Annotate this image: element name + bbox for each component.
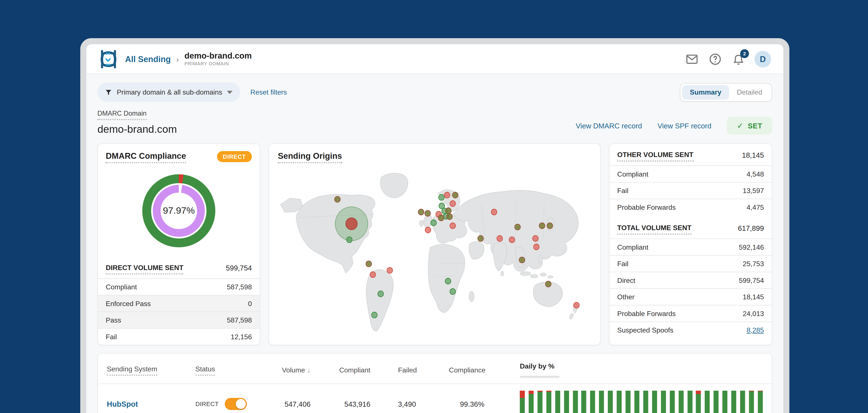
col-failed[interactable]: Failed xyxy=(398,367,449,374)
col-daily-by-pct[interactable]: Daily by % xyxy=(520,362,763,378)
dmarc-set-button[interactable]: ✓ SET xyxy=(727,117,772,134)
origin-dot xyxy=(444,192,450,198)
row-value: 12,156 xyxy=(231,333,252,341)
row-value: 0 xyxy=(248,299,252,307)
origins-card-title: Sending Origins xyxy=(278,151,342,163)
row-value: 592,146 xyxy=(739,243,764,251)
origin-dot xyxy=(450,201,456,206)
daily-bar xyxy=(573,391,578,413)
daily-bar xyxy=(661,391,666,413)
origin-dot xyxy=(515,224,520,230)
row-label: Probable Forwards xyxy=(617,310,676,317)
daily-tab-underline xyxy=(520,376,560,378)
hubspot-link[interactable]: HubSpot xyxy=(107,400,195,408)
total-row-compliant: Compliant 592,146 xyxy=(610,239,772,255)
daily-bar xyxy=(758,391,763,413)
row-value: 587,598 xyxy=(227,283,252,291)
total-row-probable-forwards: Probable Forwards 24,013 xyxy=(610,305,772,322)
col-sending-system[interactable]: Sending System xyxy=(107,365,157,375)
stat-row-pass: Pass 587,598 xyxy=(98,312,260,328)
daily-bar xyxy=(608,391,613,413)
notifications-bell-icon[interactable]: 2 xyxy=(733,53,745,65)
origin-dot xyxy=(491,209,497,215)
breadcrumb-current-domain: demo-brand.com PRIMARY DOMAIN xyxy=(184,51,252,67)
mail-icon[interactable] xyxy=(686,53,698,65)
compliance-percent: 97.97% xyxy=(163,205,195,216)
stat-row-fail: Fail 12,156 xyxy=(98,328,260,345)
tab-detailed[interactable]: Detailed xyxy=(729,85,770,99)
direct-volume-header: DIRECT VOLUME SENT 599,754 xyxy=(98,258,260,278)
daily-bars xyxy=(520,391,763,413)
screenshot-stage: All Sending › demo-brand.com PRIMARY DOM… xyxy=(0,0,868,413)
row-value: 4,548 xyxy=(747,170,764,178)
sending-systems-table: Sending System Status Volume↓ Compliant … xyxy=(97,353,772,413)
row-value: 13,597 xyxy=(743,187,764,195)
row-label: Fail xyxy=(617,187,628,195)
dmarc-domain-label: DMARC Domain xyxy=(97,109,147,120)
dmarc-domain-name: demo-brand.com xyxy=(97,123,177,135)
tab-summary[interactable]: Summary xyxy=(682,85,729,99)
origin-dot xyxy=(346,237,352,243)
origin-dot xyxy=(439,203,445,209)
table-header-row: Sending System Status Volume↓ Compliant … xyxy=(98,354,772,383)
row-label: Suspected Spoofs xyxy=(617,326,673,334)
suspected-spoofs-link[interactable]: 8,285 xyxy=(747,326,764,334)
row-label: Direct xyxy=(617,276,635,284)
hubspot-failed: 3,490 xyxy=(398,400,449,408)
daily-bar xyxy=(670,391,675,413)
origin-dot xyxy=(534,244,539,250)
direct-badge: DIRECT xyxy=(217,151,252,162)
origin-dot xyxy=(425,211,431,216)
origin-dot xyxy=(445,208,451,214)
daily-bar xyxy=(740,391,745,413)
sort-desc-icon: ↓ xyxy=(307,367,311,374)
map-continents xyxy=(280,173,578,331)
total-row-suspected-spoofs: Suspected Spoofs 8,285 xyxy=(610,321,772,338)
daily-bar xyxy=(714,391,719,413)
daily-bar xyxy=(564,391,569,413)
daily-bar xyxy=(617,391,622,413)
help-icon[interactable] xyxy=(709,53,721,65)
origin-dot xyxy=(497,235,503,242)
daily-bar xyxy=(529,391,534,413)
view-toggle: Summary Detailed xyxy=(680,83,772,101)
user-avatar[interactable]: D xyxy=(754,51,771,67)
origin-dot xyxy=(574,303,579,308)
daily-bar xyxy=(652,391,657,413)
row-label: Pass xyxy=(106,316,121,324)
hubspot-compliant: 543,916 xyxy=(335,400,398,408)
compliance-donut: 97.97% xyxy=(142,174,215,248)
view-dmarc-record-link[interactable]: View DMARC record xyxy=(576,122,642,130)
domain-filter-dropdown[interactable]: Primary domain & all sub-domains xyxy=(97,83,241,102)
direct-volume-label: DIRECT VOLUME SENT xyxy=(106,264,183,275)
origin-dot xyxy=(453,192,458,198)
row-value: 18,145 xyxy=(743,293,764,301)
daily-bar xyxy=(749,391,754,413)
daily-bar xyxy=(687,391,692,413)
breadcrumb-chevron-icon: › xyxy=(176,55,179,63)
table-row-hubspot: HubSpot DIRECT 547,406 543,916 3,490 99.… xyxy=(98,384,772,413)
daily-bar xyxy=(590,391,595,413)
origin-dot xyxy=(509,237,515,243)
volume-summary-card: OTHER VOLUME SENT 18,145 Compliant 4,548… xyxy=(609,144,772,345)
row-value: 25,753 xyxy=(743,260,764,268)
breadcrumb-all-sending[interactable]: All Sending xyxy=(125,54,171,64)
daily-bar xyxy=(626,391,630,413)
row-label: Compliant xyxy=(617,170,648,178)
daily-bar xyxy=(643,391,648,413)
reset-filters-link[interactable]: Reset filters xyxy=(250,88,287,96)
col-volume[interactable]: Volume↓ xyxy=(273,367,335,374)
origin-dot xyxy=(539,223,545,229)
hubspot-enabled-toggle[interactable] xyxy=(225,398,247,410)
col-compliant[interactable]: Compliant xyxy=(335,367,398,374)
col-status[interactable]: Status xyxy=(195,365,215,375)
checkmark-icon: ✓ xyxy=(737,121,743,130)
view-spf-record-link[interactable]: View SPF record xyxy=(657,122,711,130)
origin-dot xyxy=(445,278,451,284)
row-value: 4,475 xyxy=(747,203,764,211)
set-button-label: SET xyxy=(748,122,762,130)
col-compliance[interactable]: Compliance xyxy=(449,367,520,374)
row-label: Fail xyxy=(106,333,117,341)
row-value: 599,754 xyxy=(739,276,764,284)
total-row-fail: Fail 25,753 xyxy=(610,255,772,272)
